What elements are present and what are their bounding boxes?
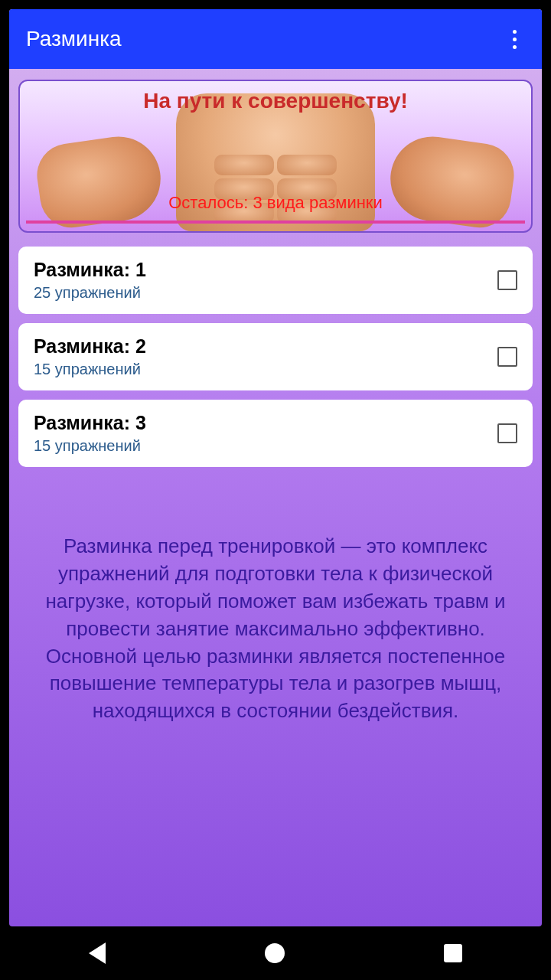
list-item[interactable]: Разминка: 2 15 упражнений	[18, 323, 533, 390]
list-item[interactable]: Разминка: 1 25 упражнений	[18, 247, 533, 314]
system-nav-bar	[9, 926, 542, 980]
description-text: Разминка перед тренировкой — это комплек…	[18, 533, 533, 725]
warmup-list: Разминка: 1 25 упражнений Разминка: 2 15…	[18, 247, 533, 467]
warmup-subtitle: 15 упражнений	[34, 361, 146, 378]
device-frame: Разминка На пути к совершенству! Осталос…	[0, 0, 551, 980]
more-options-icon[interactable]	[504, 28, 525, 50]
nav-recent-icon[interactable]	[444, 944, 462, 962]
nav-home-icon[interactable]	[265, 943, 285, 963]
page-title: Разминка	[26, 27, 122, 51]
app-bar: Разминка	[9, 9, 542, 69]
warmup-subtitle: 15 упражнений	[34, 437, 146, 455]
warmup-checkbox[interactable]	[497, 347, 517, 367]
warmup-title: Разминка: 2	[34, 335, 146, 358]
hero-title: На пути к совершенству!	[20, 89, 531, 113]
list-item[interactable]: Разминка: 3 15 упражнений	[18, 400, 533, 467]
hero-card: На пути к совершенству! Осталось: 3 вида…	[18, 80, 533, 233]
warmup-title: Разминка: 3	[34, 412, 146, 434]
hero-progress-line	[26, 220, 525, 224]
warmup-checkbox[interactable]	[497, 270, 517, 290]
app-screen: Разминка На пути к совершенству! Осталос…	[9, 9, 542, 926]
content-area: На пути к совершенству! Осталось: 3 вида…	[9, 69, 542, 926]
warmup-subtitle: 25 упражнений	[34, 284, 146, 302]
warmup-title: Разминка: 1	[34, 259, 146, 281]
nav-back-icon[interactable]	[89, 942, 106, 964]
warmup-checkbox[interactable]	[497, 423, 517, 443]
hero-subtitle: Осталось: 3 вида разминки	[20, 193, 531, 213]
